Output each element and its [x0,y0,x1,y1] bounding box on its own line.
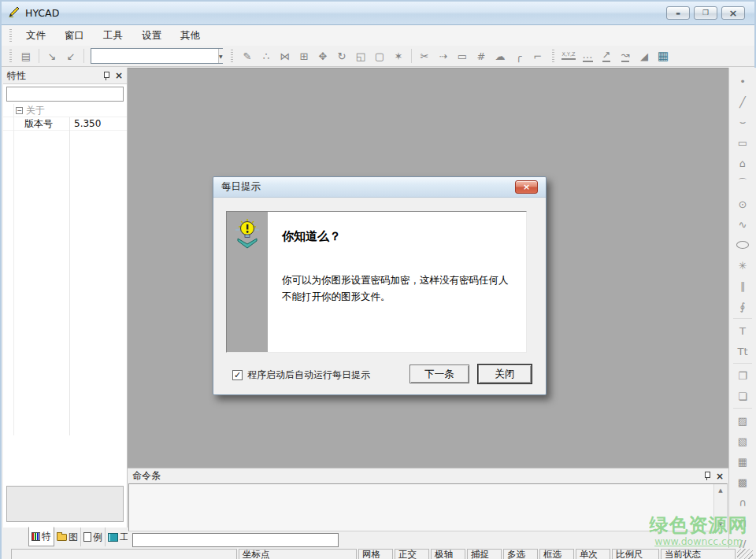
fillet-button[interactable]: ╭ [510,47,528,65]
ellipse-tool-button[interactable] [731,235,754,255]
panel-tabs: 特 图 例 工 [3,528,128,546]
autorun-checkbox-row[interactable]: ✓ 程序启动后自动运行每日提示 [232,368,370,382]
menu-file[interactable]: 文件 [17,26,55,46]
divide-tool-button[interactable]: ✳ [731,255,754,276]
toggle-scale[interactable]: 比例尺 [612,549,659,559]
menu-window[interactable]: 窗口 [55,26,94,46]
toggle-grid[interactable]: 网格 [358,549,393,559]
break-button[interactable]: # [472,47,491,65]
text-style-button[interactable]: Tt [731,341,754,361]
toolbar-grip[interactable] [231,50,233,62]
command-input[interactable] [132,533,339,547]
toggle-single[interactable]: 单次 [576,549,610,559]
table-tool-button[interactable]: ▦ [731,451,754,472]
menu-settings[interactable]: 设置 [132,26,171,46]
tree-collapse-icon[interactable]: − [16,107,23,114]
wand-button[interactable]: ✶ [389,47,408,65]
text-tool-button[interactable]: T [731,320,754,341]
dialog-close-button[interactable]: × [515,180,538,194]
rectangle-button[interactable]: ▭ [453,47,472,65]
layer-combobox[interactable]: ▼ [91,48,223,64]
line-tool-button[interactable]: ╱ [731,91,754,112]
hatch-edit-button[interactable]: ▧ [731,431,754,451]
parallel-tool-button[interactable]: ∥ [731,276,754,296]
tab-legend[interactable]: 例 [81,528,106,546]
layers-button[interactable]: ▤ [17,47,35,65]
toolbar-grip[interactable] [552,50,554,62]
chamfer-button[interactable]: ⌐ [528,47,547,65]
properties-panel-header: 特性 × [3,68,127,84]
select-box-button[interactable]: ▢ [370,47,389,65]
mirror-button[interactable]: ⋈ [276,47,295,65]
scroll-down-icon[interactable]: ▼ [715,519,727,530]
tree-group-row[interactable]: − 关于 [3,104,127,117]
slope-button[interactable]: ◢ [635,47,654,65]
close-tip-button[interactable]: 关闭 [478,365,532,383]
table-edit-button[interactable]: ▩ [731,472,754,492]
menu-tools[interactable]: 工具 [94,26,132,46]
point-dim-button[interactable]: … [578,47,597,65]
revision-cloud-button[interactable]: ☁ [491,47,510,65]
point-tool-button[interactable]: • [731,71,754,91]
wave-tool-button[interactable]: ⊓ [731,513,754,533]
command-history[interactable]: ▲ ▼ [128,483,728,531]
tree-property-row[interactable]: 版本号 5.350 [3,117,127,131]
trim-button[interactable]: ✂ [415,47,434,65]
scale-button[interactable]: ◱ [351,47,370,65]
copy-shape-button[interactable]: ❐ [731,365,754,386]
autorun-checkbox[interactable]: ✓ [232,370,243,380]
tab-drawing[interactable]: 图 [54,528,81,546]
extend-button[interactable]: ⇢ [434,47,453,65]
export-button[interactable]: ↙ [61,47,80,65]
toolbar-grip[interactable] [9,50,12,62]
arc-tool-button[interactable]: ⌒ [731,173,754,194]
command-pin-icon[interactable] [703,471,711,481]
scroll-up-icon[interactable]: ▲ [715,485,727,496]
layer-combo-input[interactable] [91,49,218,63]
polygon-tool-button[interactable]: ⌂ [731,153,754,173]
circle-tool-button[interactable]: ⊙ [731,194,754,214]
toggle-snap[interactable]: 捕捉 [467,549,502,559]
tab-properties[interactable]: 特 [28,527,54,546]
minimize-button[interactable]: ▬ [666,6,690,20]
spline-tool-button[interactable]: ∿ [731,214,754,235]
restore-button[interactable]: ❐ [694,6,717,20]
export-icon: ↙ [67,50,76,62]
command-close-icon[interactable]: × [716,472,724,481]
panel-close-icon[interactable]: × [115,71,123,80]
combo-dropdown-icon[interactable]: ▼ [218,49,223,63]
linear-dim-button[interactable]: ↗ [597,47,616,65]
toggle-polar[interactable]: 极轴 [431,549,465,559]
rotate-button[interactable]: ↻ [332,47,351,65]
polyline-tool-button[interactable]: ⌣ [731,112,754,132]
properties-combobox[interactable]: ▼ [6,87,124,102]
toggle-multiselect[interactable]: 多选 [503,549,538,559]
paste-shape-button[interactable]: ❏ [731,386,754,406]
toggle-boxselect[interactable]: 框选 [539,549,574,559]
curve-dim-button[interactable]: ↝ [616,47,635,65]
array-button[interactable]: ⊞ [295,47,313,65]
resize-grip-icon[interactable] [737,549,753,559]
calculator-button[interactable]: ▦ [654,47,673,65]
next-tip-button[interactable]: 下一条 [410,365,469,383]
hatch-tool-button[interactable]: ▨ [731,410,754,431]
modify-button[interactable]: ✎ [238,47,257,65]
app-window: HYCAD ▬ ❐ × 文件 窗口 工具 设置 其他 ▤ ↘ ↙ ▼ ✎ ∴ ⋈… [0,0,756,559]
menubar: 文件 窗口 工具 设置 其他 [2,25,754,46]
rectangle-tool-button[interactable]: ▭ [731,132,754,153]
menubar-grip[interactable] [9,29,12,42]
coordinate-dim-button[interactable]: X,Y,Z [559,47,578,65]
command-bar-title: 命令条 [132,469,703,483]
toggle-ortho[interactable]: 正交 [395,549,429,559]
import-button[interactable]: ↘ [43,47,61,65]
pin-icon[interactable] [102,71,110,81]
menu-other[interactable]: 其他 [171,26,209,46]
move-button[interactable]: ✥ [313,47,332,65]
properties-combo-input[interactable] [7,87,134,101]
profile-tool-button[interactable]: ∩ [731,492,754,513]
contour-tool-button[interactable]: ∮ [731,296,754,317]
node-edit-button[interactable]: ∴ [257,47,276,65]
close-button[interactable]: × [721,6,745,20]
dialog-titlebar[interactable]: 每日提示 × [213,177,546,198]
command-scrollbar[interactable]: ▲ ▼ [713,484,727,531]
